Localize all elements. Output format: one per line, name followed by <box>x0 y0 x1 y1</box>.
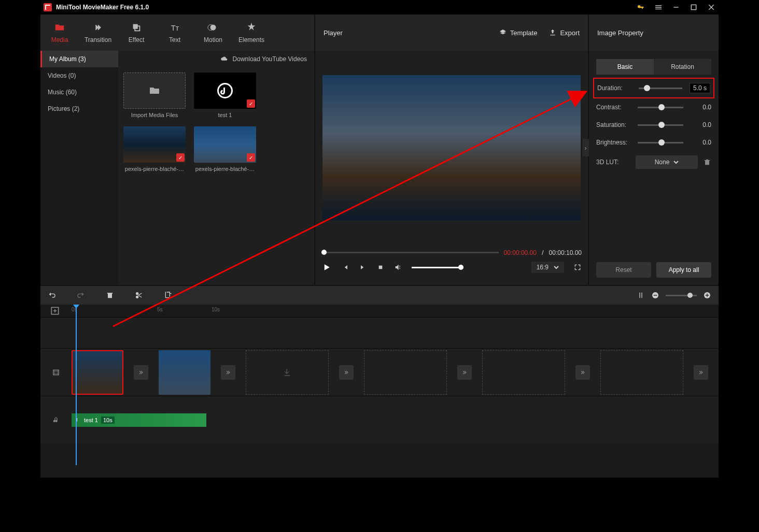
film-icon <box>52 368 60 377</box>
transition-slot[interactable] <box>575 365 590 380</box>
upload-icon <box>549 28 557 37</box>
expand-panel-button[interactable]: › <box>582 139 589 156</box>
swap-icon <box>224 369 232 376</box>
drop-zone[interactable] <box>482 350 565 395</box>
svg-rect-12 <box>707 294 707 297</box>
tab-media-label: Media <box>51 36 68 44</box>
audio-clip-name: test 1 <box>84 417 98 423</box>
transition-slot[interactable] <box>134 365 148 380</box>
media-item-label: pexels-pierre-blaché-… <box>194 166 256 172</box>
saturation-value: 0.0 <box>691 121 711 128</box>
zoom-out-icon[interactable] <box>651 291 659 299</box>
sidenav-videos[interactable]: Videos (0) <box>40 67 118 84</box>
ruler-mark: 5s <box>157 307 163 312</box>
player-panel: Player Template Export › <box>315 15 589 285</box>
key-icon[interactable] <box>637 3 645 11</box>
media-item-label: test 1 <box>194 112 256 118</box>
menu-icon[interactable] <box>654 3 663 11</box>
download-youtube-link[interactable]: Download YouTube Videos <box>233 55 307 63</box>
export-button[interactable]: Export <box>549 28 580 37</box>
delete-icon[interactable] <box>106 291 114 299</box>
drop-zone[interactable] <box>364 350 447 395</box>
transition-slot[interactable] <box>457 365 472 380</box>
media-item-img2[interactable]: ✓ pexels-pierre-blaché-… <box>194 126 256 172</box>
maximize-icon[interactable] <box>690 3 698 11</box>
reset-button[interactable]: Reset <box>596 262 651 278</box>
audio-track[interactable]: test 1 10s <box>40 396 719 443</box>
scrub-bar[interactable] <box>321 252 499 253</box>
stop-icon[interactable] <box>376 263 385 271</box>
lut-row: 3D LUT: None <box>589 151 719 173</box>
prev-frame-icon[interactable] <box>341 263 349 271</box>
tab-media[interactable]: Media <box>40 15 79 51</box>
tab-elements[interactable]: Elements <box>232 15 271 51</box>
video-track[interactable] <box>40 348 719 396</box>
playhead[interactable] <box>76 305 77 465</box>
media-panel: Media Transition Effect Tт Text <box>40 15 315 285</box>
contrast-slider[interactable] <box>638 107 683 108</box>
timeline-panel: 0s 5s 10s <box>40 285 719 478</box>
split-icon[interactable] <box>135 291 143 299</box>
tab-basic[interactable]: Basic <box>596 59 654 75</box>
brightness-slider[interactable] <box>638 142 683 143</box>
svg-rect-7 <box>379 266 383 269</box>
marker-icon[interactable] <box>637 291 645 299</box>
tab-motion-label: Motion <box>204 36 222 44</box>
svg-rect-9 <box>654 295 657 295</box>
video-preview[interactable] <box>322 75 581 220</box>
undo-icon[interactable] <box>48 291 56 299</box>
audio-clip[interactable]: test 1 10s <box>72 413 206 427</box>
drop-zone[interactable] <box>600 350 683 395</box>
swap-icon <box>697 369 705 376</box>
aspect-ratio-select[interactable]: 16:9 <box>531 262 564 273</box>
checkmark-icon: ✓ <box>176 153 185 162</box>
tab-rotation[interactable]: Rotation <box>654 59 711 75</box>
player-title: Player <box>324 29 343 37</box>
next-frame-icon[interactable] <box>359 263 367 271</box>
media-item-test1[interactable]: ✓ test 1 <box>194 73 256 118</box>
minimize-icon[interactable] <box>672 3 680 11</box>
zoom-slider[interactable] <box>666 295 697 296</box>
tab-motion[interactable]: Motion <box>194 15 232 51</box>
crop-icon[interactable] <box>164 291 172 299</box>
fullscreen-icon[interactable] <box>573 263 582 271</box>
lut-select[interactable]: None <box>636 155 698 169</box>
checkmark-icon: ✓ <box>247 153 255 162</box>
duration-value[interactable]: 5.0 s <box>690 83 710 93</box>
tab-elements-label: Elements <box>238 36 264 44</box>
media-item-img1[interactable]: ✓ pexels-pierre-blaché-… <box>123 126 186 172</box>
close-icon[interactable] <box>707 3 715 11</box>
sidenav-music[interactable]: Music (60) <box>40 84 118 100</box>
volume-slider[interactable] <box>412 267 463 268</box>
transition-slot[interactable] <box>694 365 708 380</box>
saturation-slider[interactable] <box>638 124 683 126</box>
duration-label: Duration: <box>597 84 631 92</box>
video-clip-2[interactable] <box>159 350 210 395</box>
swap-icon <box>137 369 145 376</box>
apply-all-button[interactable]: Apply to all <box>656 262 711 278</box>
text-track[interactable] <box>40 317 719 348</box>
trash-icon[interactable] <box>703 158 711 166</box>
contrast-label: Contrast: <box>596 104 630 111</box>
volume-icon[interactable] <box>394 263 402 271</box>
tab-text[interactable]: Tт Text <box>156 15 194 51</box>
sidenav-album[interactable]: My Album (3) <box>40 51 118 67</box>
zoom-in-icon[interactable] <box>703 291 711 299</box>
add-track-icon[interactable] <box>50 306 60 316</box>
import-media-card[interactable]: Import Media Files <box>123 73 186 118</box>
duration-slider[interactable] <box>639 88 682 89</box>
template-button[interactable]: Template <box>499 28 538 37</box>
import-label: Import Media Files <box>123 112 186 118</box>
sidenav-pictures[interactable]: Pictures (2) <box>40 100 118 117</box>
transition-slot[interactable] <box>339 365 354 380</box>
tab-transition[interactable]: Transition <box>79 15 117 51</box>
drop-zone[interactable] <box>246 350 329 395</box>
video-clip-1[interactable] <box>72 350 123 395</box>
tab-effect[interactable]: Effect <box>117 15 156 51</box>
play-icon[interactable] <box>321 262 332 272</box>
timeline-ruler[interactable]: 0s 5s 10s <box>40 305 719 317</box>
redo-icon[interactable] <box>77 291 85 299</box>
transition-slot[interactable] <box>221 365 235 380</box>
lut-label: 3D LUT: <box>596 159 630 166</box>
checkmark-icon: ✓ <box>247 99 255 108</box>
